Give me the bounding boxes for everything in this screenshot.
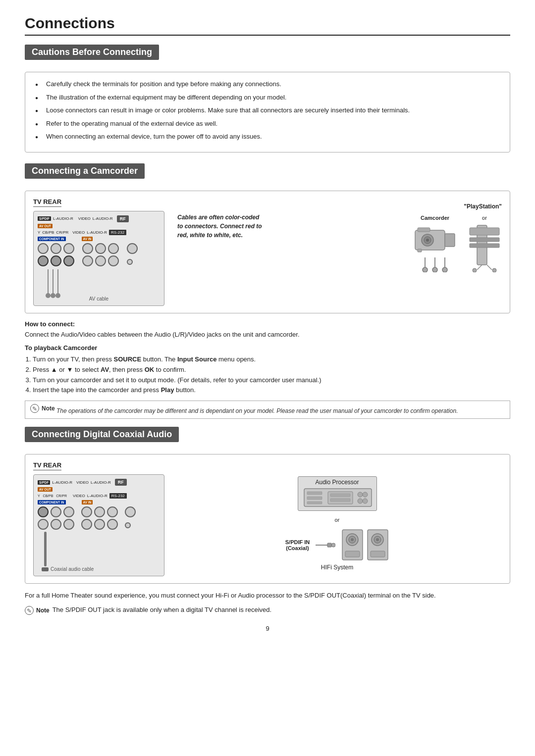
svg-line-17 — [477, 265, 482, 270]
list-item: Refer to the operating manual of the ext… — [35, 119, 500, 129]
playback-section: To playback Camcorder Turn on your TV, t… — [25, 344, 510, 396]
list-item: When connecting an external device, turn… — [35, 132, 500, 142]
list-item: Carefully check the terminals for positi… — [35, 79, 500, 89]
coax-connector-10 — [63, 519, 74, 530]
page-number: 9 — [25, 625, 510, 632]
svg-point-10 — [423, 267, 428, 272]
coax-connector-small — [125, 522, 131, 528]
camcorder-note-box: Note The operations of the camcorder may… — [25, 401, 510, 419]
av-in-badge-c: AV IN — [82, 500, 93, 504]
svg-rect-1 — [445, 234, 455, 247]
connector-circle-8 — [82, 255, 93, 266]
l-audio-r-label: L-AUDIO-R — [53, 216, 73, 221]
svg-point-11 — [432, 267, 437, 272]
av-in-badge: AV IN — [82, 237, 93, 241]
svg-point-43 — [376, 538, 379, 541]
connector-circle-10 — [108, 255, 119, 266]
l-audio-r-label-c3: L-AUDIO-R — [87, 494, 107, 498]
rf-badge-c: RF — [115, 479, 127, 486]
coaxial-paren-label: (Coaxial) — [285, 545, 310, 551]
video-label2: VIDEO — [72, 230, 85, 235]
connector-circle-9 — [95, 255, 106, 266]
svg-point-19 — [473, 268, 477, 272]
l-audio-r-label2: L-AUDIO-R — [93, 216, 113, 221]
camcorder-icon — [413, 223, 457, 257]
svg-point-30 — [358, 499, 363, 504]
how-to-connect-text: Connect the Audio/Video cables between t… — [25, 330, 510, 340]
coax-connector-13 — [107, 519, 118, 530]
svg-point-28 — [358, 492, 363, 497]
cable-note: Cables are often color-coded to connecto… — [177, 213, 262, 240]
svg-rect-39 — [345, 551, 360, 557]
tv-rear-label-camcorder: TV REAR — [33, 198, 61, 207]
coaxial-note: Note The S/PDIF OUT jack is available on… — [25, 606, 510, 615]
camcorder-diagram-box: TV REAR S/PDIF L-AUDIO-R VIDEO L-AUDIO-R… — [25, 191, 510, 313]
comp-labels-c: Y CB/PB CR/PR — [38, 494, 69, 498]
hifi-speaker-left — [341, 529, 364, 561]
l-audio-r-label-c: L-AUDIO-R — [52, 480, 72, 485]
connector-circle-6 — [108, 243, 119, 254]
connector-circle-1 — [38, 243, 49, 254]
spdif-in-label: S/PDIF IN — [285, 539, 310, 545]
coax-connector-6 — [107, 506, 118, 517]
coax-connector-7 — [125, 506, 136, 517]
coax-connector-1 — [38, 506, 49, 517]
coaxial-diagram-box: TV REAR S/PDF L-AUDIO-R VIDEO L-AUDIO-R … — [25, 454, 510, 584]
component-in-badge-c: COMPONENT IN — [38, 500, 66, 504]
coax-connector-2 — [51, 506, 61, 517]
playback-step-2: Press ▲ or ▼ to select AV, then press OK… — [33, 365, 510, 375]
playback-steps: Turn on your TV, then press SOURCE butto… — [25, 354, 510, 396]
playback-step-1: Turn on your TV, then press SOURCE butto… — [33, 354, 510, 365]
playback-step-4: Insert the tape into the camcorder and p… — [33, 385, 510, 396]
svg-point-12 — [442, 267, 447, 272]
tv-rear-panel-coaxial: S/PDF L-AUDIO-R VIDEO L-AUDIO-R RF AV OU… — [33, 474, 164, 576]
cr-pr-label: CR/PR — [56, 230, 68, 235]
list-item: The illustration of the external equipme… — [35, 93, 500, 102]
coax-connector-5 — [94, 506, 105, 517]
list-item: Loose connectors can result in image or … — [35, 105, 500, 115]
video-label-c: VIDEO — [76, 480, 89, 485]
rf-badge: RF — [117, 215, 129, 222]
camcorder-device-label: Camcorder — [421, 215, 449, 221]
svg-rect-44 — [371, 551, 385, 557]
cable-note-line2: to connectors. Connect red to — [177, 223, 262, 230]
rs232-badge-c: RS-232 — [109, 493, 127, 499]
coaxial-note-text: The S/PDIF OUT jack is available only wh… — [53, 606, 271, 613]
av-out-badge: AV OUT — [38, 224, 53, 228]
svg-rect-5 — [418, 228, 430, 232]
coax-connector-8 — [38, 519, 49, 530]
cable-line-3 — [57, 269, 58, 294]
connector-circle-5 — [95, 243, 106, 254]
coaxial-note-icon: Note — [25, 606, 50, 615]
coax-connector-symbol — [316, 540, 335, 550]
hifi-label: HIFi System — [321, 564, 353, 571]
svg-point-29 — [363, 492, 368, 497]
connector-circle-2 — [51, 243, 61, 254]
component-in-badge: COMPONENT IN — [38, 237, 66, 241]
rs232-badge: RS-232 — [109, 230, 126, 235]
l-audio-r-label3: L-AUDIO-R — [87, 230, 107, 235]
coaxial-section: Connecting Digital Coaxial Audio TV REAR… — [25, 427, 510, 615]
connector-small — [127, 259, 133, 265]
spdif-badge-c: S/PDF — [38, 480, 50, 485]
cautions-section: Cautions Before Connecting Carefully che… — [25, 45, 510, 152]
video-label-c2: VIDEO — [73, 494, 85, 498]
coaxial-note-label: Note — [36, 607, 50, 614]
cable-line-1 — [48, 269, 49, 294]
tv-rear-label-coaxial: TV REAR — [33, 461, 61, 470]
l-audio-r-label-c2: L-AUDIO-R — [91, 480, 111, 485]
svg-point-38 — [351, 538, 354, 541]
coax-connector-9 — [51, 519, 61, 530]
cb-pb-label: CB/PB — [42, 230, 54, 235]
or-label: or — [482, 215, 487, 221]
playstation-icon — [467, 223, 502, 272]
svg-rect-27 — [330, 499, 350, 502]
coaxial-description: For a full Home Theater sound experience… — [25, 591, 510, 601]
camcorder-section: Connecting a Camcorder TV REAR S/PDIF L-… — [25, 163, 510, 419]
cautions-heading: Cautions Before Connecting — [25, 45, 159, 60]
svg-rect-26 — [330, 494, 350, 497]
coaxial-heading: Connecting Digital Coaxial Audio — [25, 427, 179, 442]
coaxial-cable-label: Coaxial audio cable — [51, 566, 94, 572]
cable-note-line1: Cables are often color-coded — [177, 214, 259, 221]
playback-step-3: Turn on your camcorder and set it to out… — [33, 375, 510, 386]
